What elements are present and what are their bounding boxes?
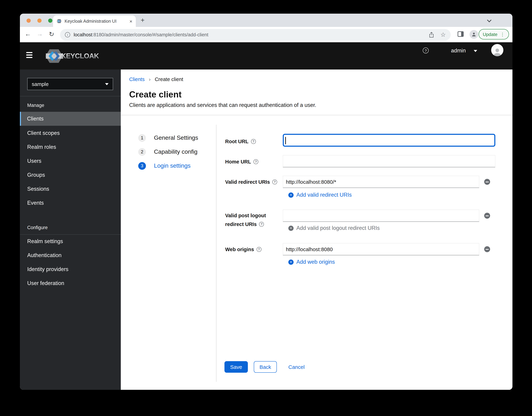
sidebar-item-identity-providers[interactable]: Identity providers [20,262,121,276]
sidebar-item-client-scopes[interactable]: Client scopes [20,126,121,140]
post-logout-label-line2: redirect URIs ? [225,222,264,227]
page-title: Create client [129,89,181,99]
valid-redirect-uris-label: Valid redirect URIs ? [225,179,277,185]
breadcrumb-clients-link[interactable]: Clients [129,76,145,82]
web-origins-input[interactable] [283,243,479,255]
plus-circle-icon: + [288,259,294,265]
sidebar-item-authentication[interactable]: Authentication [20,248,121,262]
tab-strip: Keycloak Administration UI × + [20,14,513,27]
step-label: General Settings [154,135,198,141]
new-tab-icon[interactable]: + [141,16,144,24]
web-origins-help-icon[interactable]: ? [256,247,261,252]
sidebar-item-realm-roles[interactable]: Realm roles [20,140,121,154]
text-cursor [285,137,286,144]
tab-title: Keycloak Administration UI [65,19,127,24]
keycloak-logo[interactable]: KEYCLOAK [45,48,99,64]
realm-caret-icon [105,83,109,85]
wizard-step-general-settings[interactable]: 1 General Settings [138,134,198,142]
root-url-help-icon[interactable]: ? [251,139,256,144]
post-logout-redirect-uri-input[interactable] [283,210,479,222]
sidebar-item-users[interactable]: Users [20,154,121,168]
keycloak-favicon [57,19,62,24]
back-button[interactable]: Back [254,361,277,373]
sidebar-item-clients[interactable]: Clients [20,112,121,126]
post-logout-help-icon[interactable]: ? [259,222,264,227]
valid-redirect-uris-help-icon[interactable]: ? [272,180,277,184]
realm-selector[interactable]: sample [27,78,113,90]
address-bar-actions: ☆ [429,32,446,38]
breadcrumb-separator-icon: › [149,76,151,82]
breadcrumb-current: Create client [155,76,183,82]
valid-redirect-uri-input[interactable] [283,176,479,188]
sidebar-item-user-federation[interactable]: User federation [20,276,121,290]
add-redirect-uri-link[interactable]: + Add valid redirect URIs [288,192,352,198]
save-button[interactable]: Save [224,361,248,373]
sidebar-item-sessions[interactable]: Sessions [20,182,121,196]
root-url-input[interactable] [283,134,495,147]
step-number: 1 [138,134,146,142]
sidebar-item-groups[interactable]: Groups [20,168,121,182]
sidebar: sample Manage Clients Client scopes Real… [20,69,121,390]
brand-text: KEYCLOAK [61,52,99,60]
keycloak-masthead: KEYCLOAK ? admin [20,42,513,69]
home-url-input[interactable] [283,155,495,167]
screen: Keycloak Administration UI × + ← → ↻ i l… [0,0,532,416]
step-label: Capability config [154,148,198,155]
step-number: 3 [138,162,146,170]
realm-name: sample [32,81,49,87]
plus-circle-icon: + [288,225,294,231]
home-url-label: Home URL ? [225,159,258,164]
step-label: Login settings [154,162,190,169]
plus-circle-icon: + [288,192,294,198]
help-icon[interactable]: ? [423,48,429,53]
zoom-window-button[interactable] [48,19,52,23]
nav-group-manage: Manage [27,103,44,108]
keycloak-logo-icon [45,48,63,64]
cancel-link[interactable]: Cancel [288,364,304,370]
url-domain: localhost [74,32,92,37]
avatar[interactable] [491,44,503,56]
sidebar-item-realm-settings[interactable]: Realm settings [20,234,121,248]
page-header-divider [121,115,513,115]
remove-web-origin-icon[interactable] [484,246,490,252]
page-description: Clients are applications and services th… [129,102,316,108]
sidebar-divider [20,96,121,97]
user-menu-label[interactable]: admin [451,48,466,54]
browser-tab[interactable]: Keycloak Administration UI × [53,15,136,27]
browser-update-button[interactable]: Update ⋮ [479,29,509,39]
nav-group-configure: Configure [27,225,48,230]
tab-close-icon[interactable]: × [130,18,132,24]
url-text[interactable]: localhost:8180/admin/master/console/#/sa… [74,32,208,37]
wizard-nav-divider [216,125,217,382]
back-icon[interactable]: ← [25,30,31,38]
wizard-step-login-settings[interactable]: 3 Login settings [138,162,190,170]
update-label: Update [483,32,497,37]
minimize-window-button[interactable] [37,19,42,23]
bookmark-star-icon[interactable]: ☆ [441,32,446,38]
side-panel-icon[interactable] [457,31,464,37]
add-post-logout-uri-link[interactable]: + Add valid post logout redirect URIs [288,225,380,231]
post-logout-label-line1: Valid post logout [225,213,266,218]
close-window-button[interactable] [27,19,31,23]
home-url-help-icon[interactable]: ? [253,159,258,164]
user-menu-caret-icon[interactable] [474,50,477,52]
browser-menu-kebab-icon[interactable]: ⋮ [500,32,505,37]
forward-icon[interactable]: → [37,30,43,38]
share-icon[interactable] [429,32,434,38]
breadcrumb: Clients › Create client [129,76,183,82]
url-path: :8180/admin/master/console/#/sample/clie… [92,32,209,37]
browser-toolbar: ← → ↻ i localhost:8180/admin/master/cons… [20,27,513,42]
wizard-step-capability-config[interactable]: 2 Capability config [138,148,198,156]
nav-toggle-hamburger-icon[interactable] [26,52,32,59]
remove-post-logout-uri-icon[interactable] [484,213,490,219]
add-web-origins-link[interactable]: + Add web origins [288,259,335,265]
site-info-icon[interactable]: i [65,32,70,37]
reload-icon[interactable]: ↻ [49,30,54,38]
browser-profile-icon[interactable] [469,30,478,39]
remove-redirect-uri-icon[interactable] [484,179,490,185]
sidebar-item-events[interactable]: Events [20,196,121,210]
main-content: Clients › Create client Create client Cl… [121,69,513,390]
root-url-label: Root URL ? [225,139,256,144]
address-bar[interactable]: i localhost:8180/admin/master/console/#/… [60,29,451,40]
tab-search-chevron-icon[interactable] [487,18,491,22]
